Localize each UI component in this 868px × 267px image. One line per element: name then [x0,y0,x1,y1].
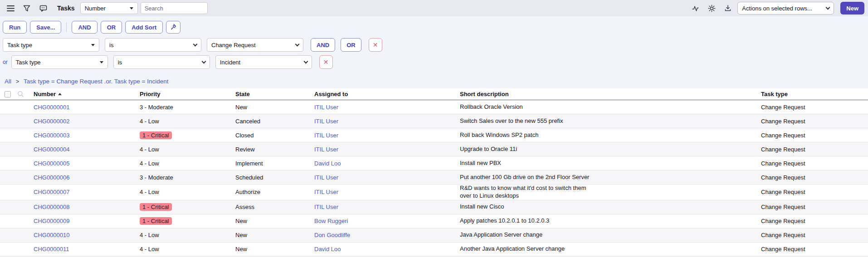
column-header-task-type-label: Task type [761,91,788,97]
column-header-number[interactable]: Number [34,91,140,97]
condition-1-or-button[interactable]: OR [341,38,361,52]
row-number-link[interactable]: CHG0000004 [34,146,70,153]
row-assigned-to-link[interactable]: David Loo [314,160,341,167]
condition-1-operator-value: is [109,42,113,49]
row-assigned-to-link[interactable]: ITIL User [314,118,338,125]
row-assigned-to-link[interactable]: Don Goodliffe [314,232,350,238]
settings-button[interactable] [705,2,718,15]
row-assigned-to-link[interactable]: ITIL User [314,189,338,195]
condition-1-field-select[interactable]: Task type [3,38,99,52]
row-assigned-to-link[interactable]: Bow Ruggeri [314,218,348,224]
chat-icon [39,5,47,12]
row-state: Closed [235,132,254,139]
condition-1-operator-select[interactable]: is [105,38,201,52]
actions-dropdown[interactable]: Actions on selected rows... [737,2,834,15]
actions-dropdown-value: Actions on selected rows... [742,5,812,12]
row-number-link[interactable]: CHG0000010 [34,232,70,238]
page-title: Tasks [57,5,75,12]
sort-ascending-icon [58,93,62,95]
condition-2-value-select[interactable]: Incident [215,55,312,69]
condition-2-field-select[interactable]: Task type [11,55,108,69]
breadcrumb-query-link[interactable]: Task type = Change Request .or. Task typ… [24,78,168,85]
select-all-cell [0,91,15,97]
activity-button[interactable] [688,2,702,15]
condition-row-1: Task type is Change Request AND OR ✕ [3,38,865,52]
and-button[interactable]: AND [72,21,97,34]
table-row: CHG0000003 1 - Critical Closed ITIL User… [0,128,868,142]
column-header-task-type[interactable]: Task type [761,91,868,97]
condition-1-value-select[interactable]: Change Request [207,38,303,52]
column-header-priority[interactable]: Priority [140,91,235,97]
column-header-state-label: State [235,91,250,97]
table-body: CHG0000001 3 - Moderate New ITIL User Ro… [0,100,868,257]
or-button[interactable]: OR [101,21,122,34]
chevron-down-icon [826,5,830,10]
row-priority: 4 - Low [140,146,159,153]
row-short-description: Put another 100 Gb drive on the 2nd Floo… [460,171,589,183]
filter-toolbar: Run Save... AND OR Add Sort [3,21,865,34]
row-assigned-to-link[interactable]: ITIL User [314,132,338,139]
row-task-type: Change Request [761,118,805,125]
chevron-down-icon [303,59,308,64]
column-search-button[interactable] [15,89,25,99]
select-all-checkbox[interactable] [5,91,11,97]
row-number-link[interactable]: CHG0000005 [34,160,70,167]
row-priority: 3 - Moderate [140,104,173,111]
row-number-link[interactable]: CHG0000002 [34,118,70,125]
row-priority: 4 - Low [140,189,159,195]
row-state: Implement [235,160,263,167]
row-number-link[interactable]: CHG0000001 [34,104,70,111]
column-header-short-description-label: Short description [460,91,509,97]
add-sort-button[interactable]: Add Sort [125,21,163,34]
chat-button[interactable] [36,2,50,15]
row-assigned-to-link[interactable]: ITIL User [314,174,338,181]
row-priority: 1 - Critical [140,131,172,139]
condition-1-value: Change Request [211,42,256,49]
run-button[interactable]: Run [3,21,27,34]
condition-2-remove-button[interactable]: ✕ [319,55,333,69]
top-bar: Tasks Number Actions on selected rows...… [0,0,868,16]
close-icon: ✕ [373,41,378,49]
row-assigned-to-link[interactable]: ITIL User [314,146,338,153]
row-number-link[interactable]: CHG0000007 [34,189,70,195]
row-assigned-to-link[interactable]: ITIL User [314,104,338,111]
search-field-select[interactable]: Number [80,2,138,14]
menu-button[interactable] [4,2,17,15]
toolbar-divider [66,22,67,32]
filter-toggle-button[interactable] [20,2,34,15]
row-number-link[interactable]: CHG0000008 [34,204,70,210]
row-number-link[interactable]: CHG0000003 [34,132,70,139]
table-header-row: Number Priority State Assigned to Short … [0,88,868,100]
row-assigned-to-link[interactable]: ITIL User [314,204,338,210]
row-state: Review [235,146,255,153]
search-input[interactable] [141,2,208,14]
row-assigned-to-link[interactable]: David Loo [314,246,341,252]
row-short-description: Java Application Server change [460,229,542,240]
download-button[interactable] [721,2,735,15]
condition-1-and-button[interactable]: AND [311,38,335,52]
row-task-type: Change Request [761,132,805,139]
search-icon [17,91,24,97]
column-header-assigned-to-label: Assigned to [314,91,348,97]
breadcrumb-all-link[interactable]: All [5,78,11,85]
table-row: CHG0000007 4 - Low Authorize ITIL User R… [0,184,868,200]
row-number-link[interactable]: CHG0000006 [34,174,70,181]
row-state: New [235,246,247,252]
row-number-link[interactable]: CHG0000011 [34,246,69,252]
column-header-state[interactable]: State [235,91,314,97]
row-short-description: Switch Sales over to the new 555 prefix [460,115,563,126]
column-header-short-description[interactable]: Short description [460,91,761,97]
save-button[interactable]: Save... [30,21,61,34]
menu-icon [7,5,15,11]
condition-2-operator-select[interactable]: is [113,55,210,69]
condition-1-remove-button[interactable]: ✕ [369,38,382,52]
column-header-assigned-to[interactable]: Assigned to [314,91,460,97]
table-row: CHG0000009 1 - Critical New Bow Ruggeri … [0,214,868,228]
row-short-description: Rollback Oracle Version [460,101,523,112]
pin-filter-button[interactable] [166,21,180,34]
row-short-description: Upgrade to Oracle 11i [460,143,517,155]
new-button[interactable]: New [840,2,864,15]
table-row: CHG0000005 4 - Low Implement David Loo I… [0,156,868,170]
row-number-link[interactable]: CHG0000009 [34,218,70,224]
chevron-down-icon [295,42,300,47]
